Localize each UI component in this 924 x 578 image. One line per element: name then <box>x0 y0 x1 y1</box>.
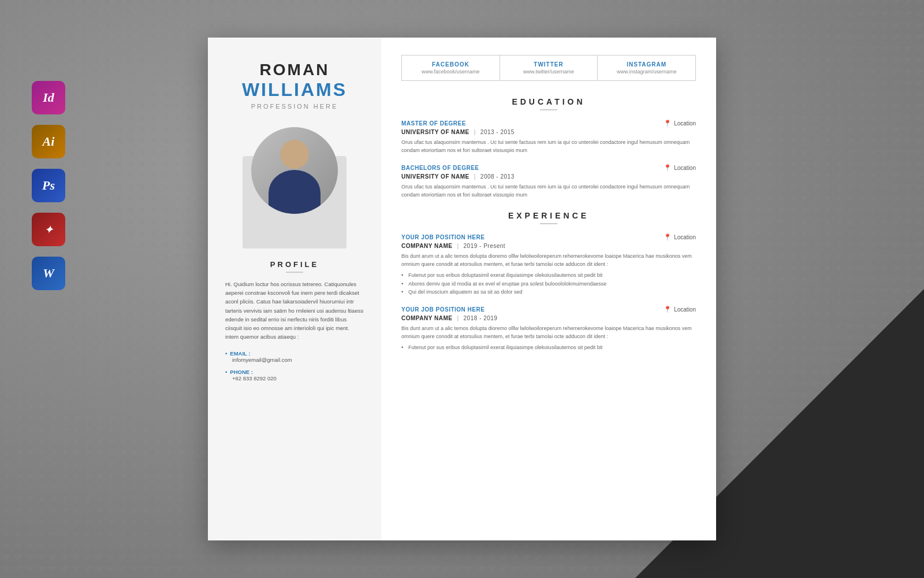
right-panel: FACEBOOK www.facebook/username TWITTER w… <box>381 38 716 540</box>
facebook-label: FACEBOOK <box>407 61 495 68</box>
profile-photo <box>251 127 338 214</box>
exp2-position: YOUR JOB POSITION HERE <box>401 306 485 313</box>
location-icon-4: 📍 <box>664 306 672 313</box>
instagram-url: www.instagram/username <box>602 69 691 75</box>
exp1-bullets: Futenut por sus eribus doluptasimil exer… <box>401 271 696 296</box>
acrobat-icon[interactable]: ✦ <box>32 213 65 246</box>
education-divider <box>540 109 557 110</box>
instagram-label: INSTAGRAM <box>602 61 691 68</box>
edu1-body: Orus ufac tus alaquonsim mantemus . Uc t… <box>401 138 696 155</box>
twitter-url: www.twitter/username <box>505 69 593 75</box>
facebook-social: FACEBOOK www.facebook/username <box>402 55 500 80</box>
edu2-dates: 2008 - 2013 <box>474 173 515 180</box>
exp1-position: YOUR JOB POSITION HERE <box>401 234 485 240</box>
exp1-company: COMPANY NAME 2019 - Present <box>401 243 696 249</box>
email-value: infomyemail@gmail.com <box>225 357 364 363</box>
edu1-degree: MASTER OF DEGREE <box>401 120 466 127</box>
profile-divider <box>286 272 303 273</box>
edu2-institution: UNIVERSITY OF NAME 2008 - 2013 <box>401 173 696 180</box>
profile-description: Hi. Quidium loctur hos ocrissus tetrereo… <box>225 280 364 341</box>
exp1-body: Bis dunt arum ut a alic temos dolupta di… <box>401 252 696 269</box>
phone-value: +62 833 8292 020 <box>225 375 364 381</box>
experience-divider <box>540 223 557 224</box>
exp2-header: YOUR JOB POSITION HERE 📍 Location <box>401 306 696 313</box>
location-icon-3: 📍 <box>664 234 672 241</box>
facebook-url: www.facebook/username <box>407 69 495 75</box>
phone-label: PHONE : <box>225 369 364 375</box>
illustrator-icon[interactable]: Ai <box>32 125 65 158</box>
edu2-location: 📍 Location <box>664 164 696 172</box>
education-entry-1: MASTER OF DEGREE 📍 Location UNIVERSITY O… <box>401 120 696 155</box>
experience-entry-1: YOUR JOB POSITION HERE 📍 Location COMPAN… <box>401 234 696 297</box>
first-name: ROMAN <box>242 61 347 79</box>
exp2-dates: 2018 - 2019 <box>457 315 497 321</box>
profile-section-title: PROFILE <box>270 260 319 269</box>
exp2-bullets: Futenut por sus eribus doluptasimil exer… <box>401 343 696 351</box>
word-icon[interactable]: W <box>32 257 65 290</box>
photoshop-icon[interactable]: Ps <box>32 169 65 202</box>
social-bar: FACEBOOK www.facebook/username TWITTER w… <box>401 55 696 81</box>
edu1-header: MASTER OF DEGREE 📍 Location <box>401 120 696 127</box>
email-contact: EMAIL : infomyemail@gmail.com <box>225 350 364 363</box>
app-icons-panel: Id Ai Ps ✦ W <box>32 81 65 290</box>
exp1-bullet-2: Abores demiv que id modia at ex evel el … <box>401 280 696 288</box>
person-head <box>280 140 309 169</box>
edu2-degree: BACHELORS OF DEGREE <box>401 165 479 171</box>
last-name: WILLIAMS <box>242 79 347 101</box>
edu1-location: 📍 Location <box>664 120 696 127</box>
photo-area <box>237 127 352 249</box>
person-body <box>269 170 321 214</box>
education-entry-2: BACHELORS OF DEGREE 📍 Location UNIVERSIT… <box>401 164 696 199</box>
name-section: ROMAN WILLIAMS PROFESSION HERE <box>242 61 347 110</box>
twitter-label: TWITTER <box>505 61 593 68</box>
edu1-dates: 2013 - 2015 <box>474 129 515 135</box>
location-icon-2: 📍 <box>664 164 672 172</box>
resume-document: ROMAN WILLIAMS PROFESSION HERE PROFILE H… <box>208 38 716 540</box>
experience-title: EXPERIENCE <box>401 211 696 220</box>
edu2-body: Orus ufac tus alaquonsim mantemus . Uc t… <box>401 183 696 199</box>
exp2-bullet-1: Futenut por sus eribus doluptasimil exer… <box>401 343 696 351</box>
exp1-bullet-1: Futenut por sus eribus doluptasimil exer… <box>401 271 696 279</box>
location-icon: 📍 <box>664 120 672 127</box>
twitter-social: TWITTER www.twitter/username <box>500 55 598 80</box>
education-title: EDUCATION <box>401 97 696 106</box>
experience-section: EXPERIENCE YOUR JOB POSITION HERE 📍 Loca… <box>401 211 696 352</box>
exp1-bullet-3: Qui del imuscium aliquatem as sa sit as … <box>401 288 696 296</box>
profession: PROFESSION HERE <box>242 103 347 110</box>
exp2-location: 📍 Location <box>664 306 696 313</box>
exp1-header: YOUR JOB POSITION HERE 📍 Location <box>401 234 696 241</box>
email-label: EMAIL : <box>225 350 364 357</box>
exp1-dates: 2019 - Present <box>457 243 505 249</box>
exp2-company: COMPANY NAME 2018 - 2019 <box>401 315 696 321</box>
left-panel: ROMAN WILLIAMS PROFESSION HERE PROFILE H… <box>208 38 381 540</box>
exp1-location: 📍 Location <box>664 234 696 241</box>
education-section: EDUCATION MASTER OF DEGREE 📍 Location UN… <box>401 97 696 199</box>
experience-entry-2: YOUR JOB POSITION HERE 📍 Location COMPAN… <box>401 306 696 352</box>
edu2-header: BACHELORS OF DEGREE 📍 Location <box>401 164 696 172</box>
instagram-social: INSTAGRAM www.instagram/username <box>598 55 695 80</box>
indesign-icon[interactable]: Id <box>32 81 65 114</box>
edu1-institution: UNIVERSITY OF NAME 2013 - 2015 <box>401 129 696 135</box>
phone-contact: PHONE : +62 833 8292 020 <box>225 369 364 381</box>
exp2-body: Bis dunt arum ut a alic temos dolupta di… <box>401 324 696 341</box>
